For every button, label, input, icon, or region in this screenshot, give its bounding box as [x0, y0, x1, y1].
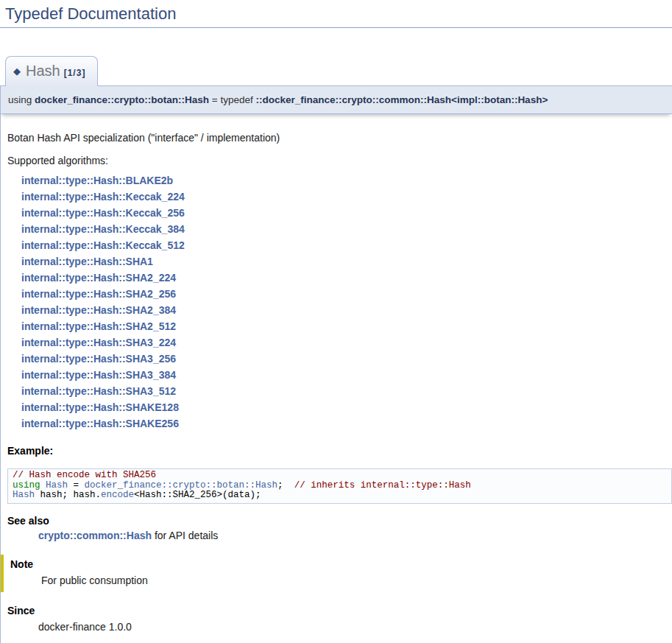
algorithm-link[interactable]: internal::type::Hash::SHA3_384 [21, 369, 176, 381]
see-also-text: for API details [152, 530, 218, 541]
algorithm-link[interactable]: internal::type::Hash::Keccak_224 [21, 191, 185, 203]
member-tab: ◆Hash[1/3] [5, 56, 98, 86]
code-link[interactable]: Hash [13, 490, 35, 500]
code-link[interactable]: encode [101, 490, 134, 500]
code-block: // Hash encode with SHA256using Hash = d… [7, 468, 672, 504]
note-heading: Note [10, 558, 665, 570]
list-item: internal::type::Hash::Keccak_512 [7, 237, 665, 253]
supported-algorithms-label: Supported algorithms: [7, 155, 665, 166]
declaration-keyword: using [8, 94, 35, 105]
list-item: internal::type::Hash::Keccak_224 [7, 189, 665, 205]
code-comment: // Hash encode with SHA256 [13, 470, 156, 480]
algorithm-link[interactable]: internal::type::Hash::SHAKE256 [21, 418, 179, 429]
algorithm-link[interactable]: internal::type::Hash::SHA3_256 [21, 353, 176, 365]
algorithm-link[interactable]: internal::type::Hash::SHAKE128 [21, 401, 179, 413]
code-link[interactable]: Hash [46, 480, 68, 491]
list-item: internal::type::Hash::SHA2_384 [7, 302, 665, 318]
list-item: internal::type::Hash::SHA2_512 [7, 318, 665, 334]
algorithm-link[interactable]: internal::type::Hash::SHA2_224 [21, 272, 176, 284]
list-item: internal::type::Hash::Keccak_256 [7, 205, 665, 221]
list-item: internal::type::Hash::SHA2_224 [7, 270, 665, 286]
algorithm-link[interactable]: internal::type::Hash::SHA1 [21, 256, 153, 267]
note-section: Note For public consumption [1, 555, 665, 592]
algorithm-list: internal::type::Hash::BLAKE2b internal::… [7, 172, 665, 432]
member-item: using docker_finance::crypto::botan::Has… [0, 85, 672, 643]
list-item: internal::type::Hash::BLAKE2b [7, 172, 665, 189]
algorithm-link[interactable]: internal::type::Hash::Keccak_384 [21, 223, 185, 235]
algorithm-link[interactable]: internal::type::Hash::SHA2_384 [21, 304, 176, 316]
code-text: <Hash::SHA2_256>(data); [134, 490, 261, 500]
code-line: Hash hash; hash.encode<Hash::SHA2_256>(d… [13, 491, 667, 501]
code-text: ; [277, 480, 294, 491]
example-section: Example: [7, 445, 665, 457]
note-text: For public consumption [41, 575, 665, 586]
list-item: internal::type::Hash::SHA3_224 [7, 334, 665, 351]
see-also-section: See also crypto::common::Hash for API de… [7, 515, 665, 541]
list-item: internal::type::Hash::SHA3_384 [7, 367, 665, 383]
since-heading: Since [7, 605, 665, 616]
declaration-row: using docker_finance::crypto::botan::Has… [0, 85, 672, 114]
algorithm-link[interactable]: internal::type::Hash::SHA2_256 [21, 288, 176, 300]
algorithm-link[interactable]: internal::type::Hash::Keccak_512 [21, 239, 185, 251]
see-also-heading: See also [7, 515, 665, 527]
see-also-link[interactable]: crypto::common::Hash [38, 530, 152, 541]
code-text [40, 480, 46, 491]
description-text: Botan Hash API specialization ("interfac… [7, 132, 665, 144]
code-line: // Hash encode with SHA256 [13, 471, 667, 481]
list-item: internal::type::Hash::SHA1 [7, 253, 665, 270]
since-text: docker-finance 1.0.0 [38, 621, 665, 633]
algorithm-link[interactable]: internal::type::Hash::SHA2_512 [21, 320, 176, 332]
declaration-equals: = typedef [209, 94, 255, 105]
list-item: internal::type::Hash::SHAKE256 [7, 415, 665, 432]
code-text: hash; hash. [35, 490, 101, 500]
list-item: internal::type::Hash::SHA3_512 [7, 383, 665, 399]
code-keyword: using [13, 480, 40, 491]
declaration-type-link[interactable]: ::docker_finance::crypto::common::Hash<i… [255, 94, 548, 105]
algorithm-link[interactable]: internal::type::Hash::SHA3_512 [21, 385, 176, 397]
algorithm-link[interactable]: internal::type::Hash::SHA3_224 [21, 337, 176, 348]
code-link[interactable]: docker_finance::crypto::botan::Hash [85, 480, 278, 491]
member-doc: Botan Hash API specialization ("interfac… [0, 114, 672, 643]
code-text: = [68, 480, 85, 491]
algorithm-link[interactable]: internal::type::Hash::Keccak_256 [21, 207, 185, 219]
since-section: Since docker-finance 1.0.0 [7, 605, 665, 633]
page-title: Typedef Documentation [0, 0, 672, 28]
example-heading: Example: [7, 445, 665, 457]
list-item: internal::type::Hash::SHAKE128 [7, 399, 665, 415]
code-comment: // inherits internal::type::Hash [294, 480, 471, 491]
permalink-anchor-icon[interactable]: ◆ [13, 66, 21, 77]
member-name: Hash [26, 63, 60, 79]
algorithm-link[interactable]: internal::type::Hash::BLAKE2b [21, 175, 173, 186]
member-overload-index: [1/3] [64, 68, 86, 78]
code-line: using Hash = docker_finance::crypto::bot… [13, 481, 667, 491]
declaration-name: docker_finance::crypto::botan::Hash [35, 94, 209, 105]
list-item: internal::type::Hash::SHA2_256 [7, 286, 665, 302]
list-item: internal::type::Hash::SHA3_256 [7, 351, 665, 367]
see-also-content: crypto::common::Hash for API details [38, 530, 665, 541]
list-item: internal::type::Hash::Keccak_384 [7, 221, 665, 237]
